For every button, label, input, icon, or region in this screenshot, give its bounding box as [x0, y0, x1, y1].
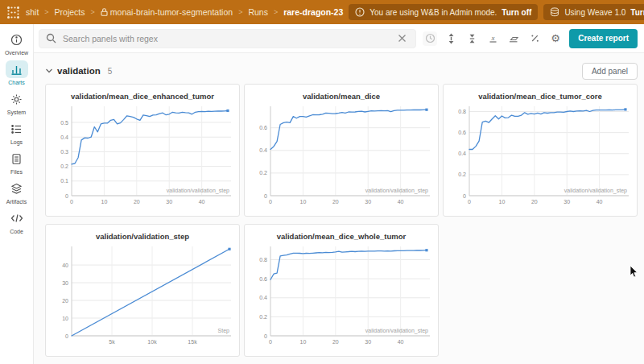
chart-panel-mean-dice-tumor-core[interactable]: validation/mean_dice_tumor_core 00.20.40…	[443, 84, 638, 217]
weave-turn-off-button[interactable]: Turn off	[630, 8, 644, 17]
breadcrumb-runs[interactable]: Runs	[248, 7, 268, 17]
svg-text:0.4: 0.4	[458, 151, 466, 156]
breadcrumb-project[interactable]: monai-brain-tumor-segmentation	[101, 7, 233, 17]
admin-mode-text: You are using W&B in Admin mode.	[369, 8, 497, 17]
sidebar-item-files[interactable]: Files	[6, 150, 28, 175]
svg-text:0.8: 0.8	[458, 109, 466, 114]
search-input[interactable]	[61, 33, 390, 44]
gear-icon	[6, 90, 28, 108]
svg-text:0.2: 0.2	[259, 314, 267, 320]
svg-text:0: 0	[65, 333, 68, 339]
svg-text:40: 40	[199, 199, 205, 205]
collapse-panels-icon[interactable]	[464, 31, 479, 46]
file-icon	[6, 150, 28, 168]
history-icon[interactable]	[423, 31, 437, 46]
svg-text:0.2: 0.2	[458, 172, 466, 177]
sidebar-item-overview[interactable]: Overview	[5, 31, 28, 56]
sidebar-item-charts[interactable]: Charts	[6, 60, 28, 85]
svg-text:0: 0	[269, 199, 272, 205]
wandb-logo[interactable]	[6, 4, 20, 20]
svg-text:0.4: 0.4	[259, 295, 267, 300]
panel-grid: validation/mean_dice_enhanced_tumor 00.1…	[45, 84, 638, 357]
svg-text:0: 0	[463, 193, 466, 199]
sidebar-item-system[interactable]: System	[6, 90, 28, 115]
svg-text:10: 10	[101, 199, 108, 205]
panels-toolbar: x ⚙ Create report	[34, 24, 644, 53]
line-chart[interactable]: 00.20.40.60.8010203040validation/validat…	[445, 101, 635, 209]
sidebar-item-artifacts[interactable]: Artifacts	[6, 180, 28, 205]
breadcrumb-separator: >	[238, 8, 242, 16]
line-chart[interactable]: 00.20.40.60.8010203040validation/validat…	[246, 242, 436, 349]
svg-text:10: 10	[300, 339, 307, 345]
svg-text:15k: 15k	[188, 339, 197, 345]
svg-text:validation/validation_step: validation/validation_step	[365, 328, 428, 334]
svg-text:0: 0	[269, 339, 272, 345]
section-title[interactable]: validation	[57, 66, 101, 76]
line-chart[interactable]: 00.10.20.30.40.5010203040validation/vali…	[47, 101, 237, 209]
svg-text:30: 30	[62, 280, 68, 286]
chevron-down-icon[interactable]	[45, 68, 53, 74]
lock-icon	[101, 8, 108, 16]
svg-text:40: 40	[398, 199, 404, 205]
svg-text:40: 40	[62, 263, 68, 268]
top-navigation-bar: shit > Projects > monai-brain-tumor-segm…	[0, 0, 644, 24]
weave-database-icon	[550, 7, 559, 17]
svg-text:0.5: 0.5	[60, 120, 68, 126]
svg-text:0.4: 0.4	[259, 147, 267, 153]
sparkle-icon[interactable]	[527, 31, 542, 46]
breadcrumb-projects[interactable]: Projects	[55, 7, 85, 17]
expand-panels-icon[interactable]	[444, 31, 458, 46]
admin-turn-off-button[interactable]: Turn off	[502, 8, 531, 17]
svg-text:0.4: 0.4	[60, 134, 68, 140]
svg-text:x: x	[490, 34, 494, 42]
svg-text:validation/validation_step: validation/validation_step	[564, 188, 627, 194]
add-panel-button[interactable]: Add panel	[582, 63, 638, 80]
svg-text:0.3: 0.3	[60, 149, 68, 155]
artifacts-stack-icon	[6, 180, 28, 197]
svg-text:20: 20	[134, 199, 140, 205]
chart-panel-validation-step[interactable]: validation/validation_step 0102030405k10…	[45, 224, 240, 357]
svg-text:0.6: 0.6	[458, 130, 466, 135]
breadcrumb-run-name[interactable]: rare-dragon-23	[283, 7, 343, 17]
logs-list-icon	[6, 120, 28, 138]
svg-text:40: 40	[597, 199, 603, 205]
line-chart[interactable]: 0102030405k10k15kStep	[47, 242, 237, 349]
chart-panel-mean-dice-enhanced-tumor[interactable]: validation/mean_dice_enhanced_tumor 00.1…	[45, 84, 240, 217]
create-report-button[interactable]: Create report	[569, 29, 638, 48]
code-icon	[6, 209, 28, 227]
svg-text:10: 10	[62, 316, 68, 321]
panel-search[interactable]	[39, 29, 416, 48]
breadcrumb-entity[interactable]: shit	[26, 7, 39, 17]
clear-search-icon[interactable]	[394, 31, 409, 46]
svg-text:20: 20	[62, 298, 68, 304]
svg-text:validation/validation_step: validation/validation_step	[365, 188, 428, 194]
x-axis-settings-icon[interactable]: x	[485, 31, 500, 46]
admin-mode-banner: You are using W&B in Admin mode. Turn of…	[349, 4, 538, 20]
svg-text:0.1: 0.1	[60, 178, 68, 184]
settings-gear-icon[interactable]: ⚙	[548, 31, 563, 46]
line-chart[interactable]: 00.20.40.6010203040validation/validation…	[246, 101, 436, 209]
svg-text:0.2: 0.2	[259, 170, 267, 176]
info-icon	[6, 31, 28, 48]
svg-text:10: 10	[499, 199, 506, 205]
svg-text:validation/validation_step: validation/validation_step	[167, 188, 229, 194]
svg-text:10: 10	[300, 199, 307, 205]
svg-text:0.8: 0.8	[259, 257, 267, 263]
svg-text:0: 0	[65, 193, 68, 199]
sidebar-item-code[interactable]: Code	[6, 209, 28, 234]
chart-title: validation/validation_step	[46, 232, 239, 241]
svg-text:30: 30	[166, 199, 172, 205]
svg-text:40: 40	[398, 339, 404, 345]
chart-panel-mean-dice-whole-tumor[interactable]: validation/mean_dice_whole_tumor 00.20.4…	[244, 224, 439, 357]
svg-text:0: 0	[468, 199, 471, 205]
panel-layout-icon[interactable]	[506, 31, 521, 46]
search-icon	[46, 33, 56, 43]
validation-section-header: validation 5 Add panel	[45, 61, 638, 81]
chart-panel-mean-dice[interactable]: validation/mean_dice 00.20.40.6010203040…	[244, 84, 439, 217]
sidebar-item-logs[interactable]: Logs	[6, 120, 28, 145]
breadcrumb: shit > Projects > monai-brain-tumor-segm…	[26, 7, 343, 17]
weave-text: Using Weave 1.0	[564, 8, 625, 17]
chart-title: validation/mean_dice_tumor_core	[444, 92, 637, 101]
svg-text:20: 20	[531, 199, 538, 205]
svg-text:0.2: 0.2	[60, 163, 68, 169]
